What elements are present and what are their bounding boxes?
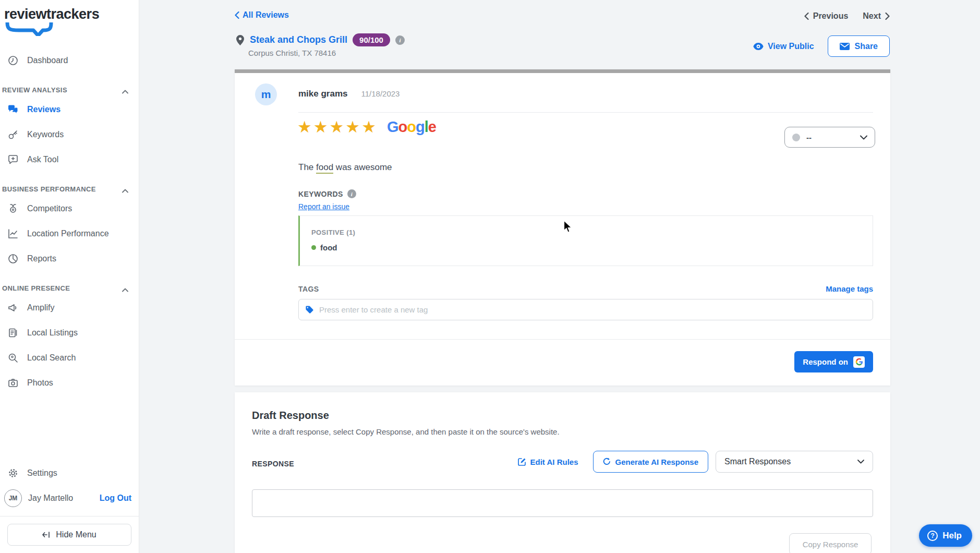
user-name: Jay Martello [28, 494, 73, 503]
business-name-link[interactable]: Steak and Chops Grill [250, 34, 347, 45]
manage-tags-link[interactable]: Manage tags [826, 284, 873, 293]
sentiment-value: -- [806, 133, 812, 142]
sidebar-item-amplify[interactable]: Amplify [0, 295, 139, 320]
report-issue-link[interactable]: Report an issue [298, 202, 349, 211]
card-top-bar [235, 69, 890, 73]
logout-link[interactable]: Log Out [100, 494, 131, 503]
sidebar-item-label: Settings [27, 468, 57, 478]
logo-swoosh-icon [5, 22, 53, 36]
sidebar-section-business-performance[interactable]: BUSINESS PERFORMANCE [0, 172, 139, 196]
info-icon[interactable]: i [395, 35, 405, 45]
reviews-icon [7, 104, 19, 115]
business-address: Corpus Christi, TX 78416 [248, 49, 336, 57]
gear-icon [7, 467, 19, 479]
keywords-header: KEYWORDS i [298, 189, 356, 198]
info-icon[interactable]: i [347, 189, 356, 198]
sentiment-dropdown[interactable]: -- [784, 127, 875, 148]
tags-header: TAGS Manage tags [298, 284, 873, 293]
response-textarea[interactable] [252, 489, 873, 517]
camera-icon [7, 377, 19, 389]
tag-input[interactable] [319, 305, 866, 314]
respond-on-google-button[interactable]: Respond on [794, 351, 873, 372]
rating-row: ★★★★★ Google [297, 118, 436, 136]
sidebar-section-review-analysis[interactable]: REVIEW ANALYSIS [0, 73, 139, 97]
business-header: Steak and Chops Grill 90/100 i [236, 33, 405, 46]
sidebar-item-competitors[interactable]: Competitors [0, 196, 139, 221]
sidebar-item-reports[interactable]: Reports [0, 246, 139, 271]
draft-response-title: Draft Response [252, 410, 329, 422]
google-logo: Google [387, 118, 436, 136]
back-all-reviews-link[interactable]: All Reviews [235, 10, 289, 20]
help-button[interactable]: ? Help [919, 524, 972, 547]
response-label: RESPONSE [252, 460, 294, 468]
author-row: mike grams 11/18/2023 [298, 89, 400, 99]
review-text: The food was awesome [298, 162, 392, 173]
sidebar-item-keywords[interactable]: Keywords [0, 122, 139, 147]
highlighted-keyword[interactable]: food [316, 162, 333, 174]
reviewer-name: mike grams [298, 89, 348, 99]
chevron-left-icon [804, 13, 809, 20]
keywords-panel: POSITIVE (1) food [298, 215, 873, 266]
previous-button[interactable]: Previous [804, 11, 849, 21]
sidebar-item-label: Amplify [27, 303, 54, 312]
view-public-link[interactable]: View Public [753, 42, 814, 51]
chevron-left-icon [235, 11, 239, 19]
sidebar-item-label: Local Search [27, 353, 76, 363]
share-button[interactable]: Share [828, 35, 890, 57]
google-g-icon [853, 356, 865, 368]
collapse-icon [42, 531, 51, 538]
review-date: 11/18/2023 [361, 89, 400, 98]
chevron-right-icon [885, 13, 890, 20]
question-mark-icon: ? [927, 531, 938, 541]
medal-icon [7, 203, 19, 214]
positive-count-label: POSITIVE (1) [311, 229, 355, 236]
positive-dot-icon [311, 245, 316, 250]
logo-text: reviewtrackers [4, 6, 139, 22]
draft-response-card: Draft Response Write a draft response, s… [235, 392, 890, 553]
sidebar-item-reviews[interactable]: Reviews [0, 97, 139, 122]
ask-tool-icon [7, 154, 19, 165]
megaphone-icon [7, 302, 19, 314]
ai-actions-row: Edit AI Rules Generate AI Response Smart… [518, 451, 873, 473]
score-badge: 90/100 [353, 33, 390, 46]
avatar: JM [4, 489, 22, 507]
sidebar-item-label: Ask Tool [27, 155, 58, 164]
edit-ai-rules-link[interactable]: Edit AI Rules [518, 458, 578, 466]
chevron-up-icon [122, 90, 128, 94]
refresh-icon [603, 458, 611, 466]
sidebar-item-label: Local Listings [27, 328, 78, 338]
eye-icon [753, 43, 764, 50]
listings-icon [7, 327, 19, 339]
sidebar-item-local-search[interactable]: Local Search [0, 345, 139, 370]
envelope-icon [840, 43, 850, 50]
chevron-down-icon [860, 135, 867, 140]
search-pin-icon [7, 352, 19, 364]
generate-ai-response-button[interactable]: Generate AI Response [593, 451, 709, 473]
star-rating: ★★★★★ [297, 119, 378, 135]
sidebar-item-label: Keywords [27, 130, 64, 139]
tag-input-container [298, 299, 873, 320]
sidebar: reviewtrackers Dashboard REVIEW ANALYSIS… [0, 0, 139, 553]
sidebar-item-photos[interactable]: Photos [0, 370, 139, 395]
hide-menu-button[interactable]: Hide Menu [7, 524, 131, 546]
sidebar-item-ask-tool[interactable]: Ask Tool [0, 147, 139, 172]
draft-response-subtitle: Write a draft response, select Copy Resp… [252, 427, 560, 436]
key-icon [7, 129, 19, 140]
sidebar-item-location-performance[interactable]: Location Performance [0, 221, 139, 246]
sidebar-item-dashboard[interactable]: Dashboard [0, 48, 139, 73]
edit-pencil-icon [518, 458, 526, 466]
sidebar-item-label: Reports [27, 254, 56, 263]
sidebar-item-settings[interactable]: Settings [0, 461, 139, 486]
divider [298, 112, 873, 113]
chevron-down-icon [857, 460, 864, 464]
user-row: JM Jay Martello Log Out [0, 486, 139, 511]
sidebar-item-label: Dashboard [27, 56, 68, 65]
next-button[interactable]: Next [863, 11, 890, 21]
keyword-item[interactable]: food [311, 243, 337, 252]
copy-response-button[interactable]: Copy Response [789, 533, 872, 553]
pie-chart-icon [7, 253, 19, 265]
divider [235, 339, 890, 340]
sidebar-section-online-presence[interactable]: ONLINE PRESENCE [0, 271, 139, 295]
smart-responses-dropdown[interactable]: Smart Responses [716, 451, 873, 473]
sidebar-item-local-listings[interactable]: Local Listings [0, 320, 139, 345]
